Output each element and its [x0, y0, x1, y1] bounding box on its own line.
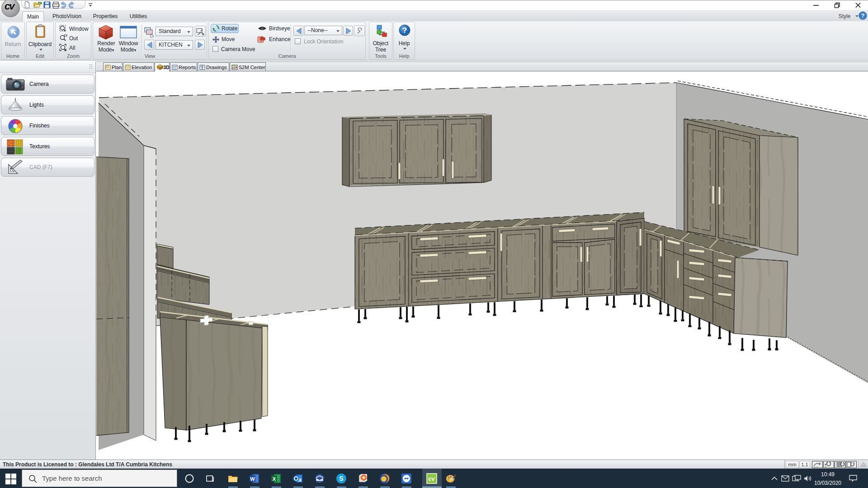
svg-text:W: W [250, 476, 255, 482]
svg-text:X: X [273, 476, 276, 482]
svg-text:?: ? [402, 26, 407, 35]
svg-text:cv: cv [429, 476, 435, 482]
svg-text:S: S [339, 475, 343, 482]
svg-text:?: ? [861, 12, 865, 19]
